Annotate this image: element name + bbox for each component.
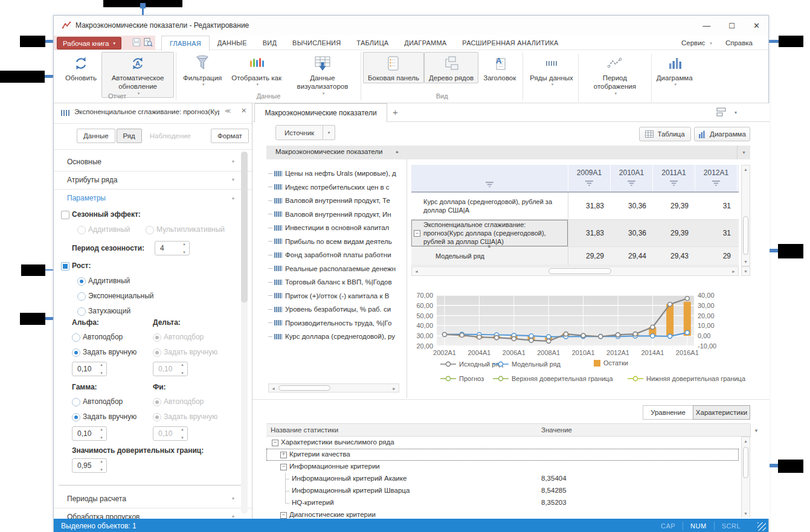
series-list-item[interactable]: Производительность труда, %|Го [268, 317, 405, 329]
gamma-manual-radio[interactable] [72, 413, 80, 421]
table-cell[interactable]: 31 [695, 193, 738, 219]
display-as-button[interactable]: Отобразить как▾ [227, 52, 286, 89]
series-list-item[interactable]: Инвестиции в основной капитал [268, 222, 405, 234]
list-hscrollbar[interactable]: ◄► [268, 383, 399, 393]
chart-button[interactable]: Диаграмма▾ [652, 52, 698, 89]
table-column-header[interactable]: 2012A1 [695, 165, 738, 191]
series-tree-button[interactable]: Дерево рядов [424, 52, 478, 83]
side-panel-tab-формат[interactable]: Формат [211, 129, 249, 143]
spinner-up-icon[interactable]: ▲ [182, 242, 186, 246]
table-cell[interactable]: 29,43 [653, 247, 695, 265]
table-cell[interactable]: 31 [695, 220, 738, 246]
growth-exponential-radio[interactable] [77, 292, 86, 301]
stats-row[interactable]: HQ-критерий8,35203 [266, 497, 739, 509]
series-list-item[interactable]: Приток (+)/отток (-) капитала к В [268, 290, 405, 302]
equation-button[interactable]: Уравнение [643, 405, 693, 420]
alpha-manual-radio[interactable] [72, 348, 80, 357]
header-button[interactable]: AЗаголовок [478, 52, 521, 83]
auto-refresh-button[interactable]: AАвтоматическое обновление▾ [101, 52, 174, 98]
growth-checkbox[interactable] [61, 262, 69, 271]
delta-auto-radio[interactable] [153, 333, 161, 342]
table-cell[interactable]: 29,44 [611, 247, 653, 265]
ribbon-tab-данные[interactable]: ДАННЫЕ [210, 36, 255, 50]
collapse-node-icon[interactable]: − [272, 440, 278, 446]
table-row[interactable]: Модельный ряд29,2929,4429,4329 [411, 247, 739, 266]
spinner-up-icon[interactable]: ▲ [100, 460, 103, 463]
table-cell[interactable]: 29,39 [653, 220, 695, 246]
table-cell[interactable]: 30,36 [611, 193, 653, 219]
ribbon-tab-расширенная аналитика[interactable]: РАСШИРЕННАЯ АНАЛИТИКА [454, 36, 566, 50]
section-main[interactable]: Основные [67, 158, 101, 166]
stats-vscrollbar[interactable]: ▲▼ [741, 437, 750, 518]
table-column-header[interactable]: 2010A1 [611, 165, 653, 191]
display-period-button[interactable]: Период отображения▾ [579, 52, 651, 98]
table-row-name[interactable]: −Экспоненциальное сглаживание: прогноз(К… [411, 220, 568, 246]
layout-icon[interactable] [716, 107, 727, 119]
confidence-stepper[interactable]: 0,95 ▲▼ [72, 458, 107, 473]
panel-scrollbar-thumb[interactable] [241, 152, 248, 303]
ribbon-tab-вычисления[interactable]: ВЫЧИСЛЕНИЯ [284, 36, 349, 50]
close-panel-icon[interactable]: ✕ [241, 107, 246, 115]
table-view-button[interactable]: Таблица [639, 127, 691, 141]
table-column-header[interactable]: 2009A1 [568, 165, 611, 191]
spinner-up-icon[interactable]: ▲ [100, 363, 103, 367]
table-cell[interactable]: 31,83 [568, 220, 611, 246]
series-list-item[interactable]: Фонд заработной платы работни [268, 249, 405, 261]
spinner-down-icon[interactable]: ▼ [100, 436, 103, 440]
table-vscrollbar-thumb[interactable] [743, 216, 748, 255]
preview-icon[interactable] [143, 37, 153, 50]
phi-stepper[interactable]: 0,10 ▲▼ [153, 426, 188, 441]
maximize-button[interactable]: ☐ [728, 22, 735, 30]
save-icon[interactable] [132, 37, 141, 50]
spinner-down-icon[interactable]: ▼ [100, 371, 103, 375]
series-list-item[interactable]: Прибыль по всем видам деятель [268, 236, 405, 248]
delta-manual-radio[interactable] [153, 348, 161, 357]
spinner-up-icon[interactable]: ▲ [100, 428, 103, 431]
section-periods[interactable]: Периоды расчета [67, 495, 126, 503]
chart-view-button[interactable]: Диаграмма [694, 127, 750, 141]
gamma-auto-radio[interactable] [72, 398, 80, 406]
section-attrs[interactable]: Атрибуты ряда [67, 176, 117, 184]
chevron-down-icon[interactable]: ▾ [734, 110, 737, 115]
alpha-stepper[interactable]: 0,10 ▲▼ [72, 362, 107, 376]
ribbon-tab-вид[interactable]: ВИД [255, 36, 284, 50]
table-hscrollbar[interactable]: ◄► [411, 266, 739, 276]
stats-row[interactable]: −Диагностические критерии [266, 509, 739, 519]
filter-button[interactable]: Фильтрация▾ [178, 52, 227, 89]
resize-grip-icon[interactable] [757, 522, 766, 531]
characteristics-button[interactable]: Характеристики [693, 405, 750, 420]
table-cell[interactable]: 31,83 [568, 193, 611, 219]
alpha-auto-radio[interactable] [72, 333, 80, 342]
minimize-button[interactable]: — [702, 22, 710, 30]
expand-node-icon[interactable]: + [280, 452, 287, 458]
section-params[interactable]: Параметры [67, 194, 106, 202]
spinner-down-icon[interactable]: ▼ [100, 468, 103, 472]
data-series-button[interactable]: Ряды данных▾ [525, 52, 578, 89]
close-button[interactable]: ✕ [753, 22, 760, 30]
stats-row[interactable]: −Характеристики вычислимого ряда [266, 437, 739, 449]
spinner-down-icon[interactable]: ▼ [182, 251, 186, 254]
table-cell[interactable]: 30,36 [611, 220, 653, 246]
ribbon-tab-диаграмма[interactable]: ДИАГРАММА [396, 36, 454, 50]
section-gaps[interactable]: Обработка пропусков [67, 513, 140, 519]
stats-row[interactable]: Информационный критерий Акаике8,35404 [266, 473, 739, 485]
filter-icon[interactable] [670, 180, 678, 188]
series-list-item[interactable]: Валовой внутренний продукт, Те [268, 194, 405, 207]
title-bar[interactable]: Макроэкономические показатели - Редактир… [54, 16, 768, 36]
filter-icon[interactable] [712, 180, 720, 188]
stats-vscrollbar-thumb[interactable] [743, 447, 748, 478]
collapse-node-icon[interactable]: − [280, 464, 287, 470]
source-button[interactable]: Источник ▾ [275, 125, 335, 140]
filter-icon[interactable] [585, 180, 593, 188]
new-tab-button[interactable]: + [393, 107, 398, 117]
visualizer-data-button[interactable]: Данные визуализаторов▾ [286, 52, 359, 98]
gamma-stepper[interactable]: 0,10 ▲▼ [72, 426, 107, 441]
menu-service[interactable]: Сервис [681, 39, 705, 46]
workbook-menu-button[interactable]: Рабочая книга ▾ [57, 37, 121, 50]
stats-row[interactable]: −Информационные критерии [266, 461, 739, 473]
table-cell[interactable]: 29 [695, 247, 738, 265]
collapse-row-icon[interactable]: − [414, 230, 420, 237]
phi-manual-radio[interactable] [153, 413, 161, 421]
table-row[interactable]: −Экспоненциальное сглаживание: прогноз(К… [411, 220, 739, 247]
chevron-down-icon[interactable]: ▾ [737, 146, 750, 159]
